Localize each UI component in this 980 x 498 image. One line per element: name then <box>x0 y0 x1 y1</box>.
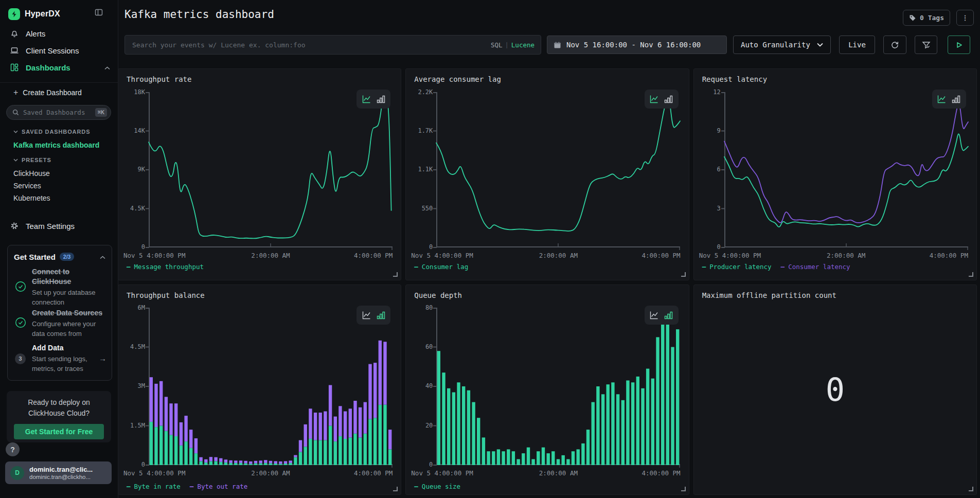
get-started-item[interactable]: Connect to ClickHouse Set up your databa… <box>15 267 106 307</box>
chart-canvas[interactable] <box>149 92 393 247</box>
panel-title: Request latency <box>702 75 767 83</box>
promo-text-line1: Ready to deploy on <box>28 398 90 406</box>
resize-handle[interactable] <box>393 272 398 277</box>
help-button[interactable]: ? <box>6 442 20 456</box>
sidebar-item-services[interactable]: Services <box>13 182 41 190</box>
resize-handle[interactable] <box>681 272 686 277</box>
legend-item[interactable]: —Consumer latency <box>781 263 850 271</box>
y-axis-label: 9 <box>717 127 720 134</box>
chart-canvas[interactable] <box>436 92 680 247</box>
section-presets[interactable]: PRESETS <box>13 157 51 163</box>
refresh-button[interactable] <box>883 35 906 54</box>
y-axis-label: 3 <box>717 205 720 212</box>
get-started-free-button[interactable]: Get Started for Free <box>14 424 104 439</box>
y-axis-label: 0 <box>141 461 145 468</box>
play-icon <box>956 42 963 48</box>
chevron-up-icon[interactable] <box>104 63 110 72</box>
sidebar-collapse-icon[interactable] <box>94 8 104 18</box>
search-icon <box>12 109 19 116</box>
chart-type-toggle[interactable] <box>357 90 390 109</box>
user-menu[interactable]: D dominic.tran@clic... dominic.tran@clic… <box>5 461 112 484</box>
chart-plot[interactable] <box>436 92 680 247</box>
task-title: Add Data <box>32 343 97 353</box>
sidebar-item-kubernetes[interactable]: Kubernetes <box>13 194 50 202</box>
chart-plot[interactable] <box>724 92 968 247</box>
y-axis-label: 60 <box>425 343 433 350</box>
get-started-title: Get Started <box>14 253 56 261</box>
resize-handle[interactable] <box>681 487 686 491</box>
filter-button[interactable] <box>915 35 937 54</box>
section-saved-dashboards[interactable]: SAVED DASHBOARDS <box>13 129 90 135</box>
get-started-item[interactable]: 3 Add Data Start sending logs, metrics, … <box>15 343 106 374</box>
y-axis-label: 1.7K <box>418 127 433 134</box>
date-range-picker[interactable]: Nov 5 16:00:00 - Nov 6 16:00:00 <box>547 35 727 54</box>
chevron-down-icon <box>13 130 18 133</box>
chart-type-toggle[interactable] <box>645 306 679 325</box>
y-axis-label: 12 <box>713 88 720 96</box>
page-title: Kafka metrics dashboard <box>124 8 274 21</box>
legend-item[interactable]: —Queue size <box>414 483 460 490</box>
chart-type-toggle[interactable] <box>645 90 679 109</box>
cloud-promo-card: Ready to deploy on ClickHouse Cloud? Get… <box>7 391 111 442</box>
get-started-item[interactable]: Create Data Sources Configure where your… <box>15 308 106 339</box>
resize-handle[interactable] <box>969 487 973 491</box>
granularity-select[interactable]: Auto Granularity <box>733 35 831 54</box>
resize-handle[interactable] <box>393 487 398 491</box>
panel-title: Average consumer lag <box>414 75 501 83</box>
chart-canvas[interactable] <box>724 92 968 247</box>
panel-title: Queue depth <box>414 291 462 299</box>
chevron-up-icon[interactable] <box>100 252 105 261</box>
chart-plot[interactable] <box>436 308 680 465</box>
sidebar-item-dashboards[interactable]: Dashboards <box>0 60 118 75</box>
task-title: Create Data Sources <box>32 308 106 318</box>
run-query-button[interactable] <box>948 35 970 54</box>
sidebar: HyperDX Alerts Client Sessions Dashboard… <box>0 0 118 498</box>
sidebar-item-clickhouse[interactable]: ClickHouse <box>13 169 50 177</box>
panel-queue-depth: Queue depth 020406080 Nov 5 4:00:00 PM2:… <box>405 284 689 495</box>
avatar: D <box>10 466 24 480</box>
sidebar-item-client-sessions[interactable]: Client Sessions <box>0 43 118 58</box>
legend-label: Consumer lag <box>422 263 468 271</box>
user-email: dominic.tran@clickho... <box>29 474 93 480</box>
legend-item[interactable]: —Byte out rate <box>190 483 247 490</box>
chevron-down-icon <box>13 158 18 162</box>
y-axis-label: 14K <box>134 127 145 134</box>
chart-canvas[interactable] <box>149 308 393 465</box>
panel-options-button[interactable]: ⋮ <box>956 10 974 26</box>
sql-toggle[interactable]: SQL <box>491 41 503 49</box>
y-axis-label: 1.1K <box>418 166 433 173</box>
chart-type-toggle[interactable] <box>932 90 966 109</box>
calendar-icon <box>554 41 561 49</box>
search-input[interactable]: Search your events w/ Lucene ex. column:… <box>124 35 541 55</box>
get-started-card: Get Started 2/3 Connect to ClickHouse Se… <box>7 245 112 381</box>
refresh-icon <box>890 41 899 49</box>
check-circle-icon <box>15 316 26 330</box>
x-axis-label: 2:00:00 AM <box>539 252 578 259</box>
legend-item[interactable]: —Message throughput <box>127 263 204 271</box>
x-axis-label: Nov 5 4:00:00 PM <box>123 469 185 477</box>
create-dashboard-button[interactable]: + Create Dashboard <box>13 88 82 97</box>
legend-item[interactable]: —Byte in rate <box>127 483 181 490</box>
x-axis-label: 2:00:00 AM <box>827 252 865 259</box>
chart-type-toggle[interactable] <box>357 306 390 325</box>
chart-plot[interactable] <box>149 308 393 465</box>
filter-edit-icon <box>922 41 931 49</box>
app-name: HyperDX <box>25 9 60 19</box>
saved-dashboards-search-input[interactable]: Saved Dashboards ⌘K <box>6 105 111 120</box>
y-axis-label: 6 <box>717 166 720 173</box>
legend-swatch: — <box>190 483 194 490</box>
chart-plot[interactable] <box>149 92 393 247</box>
tags-button[interactable]: 0 Tags <box>903 10 950 26</box>
x-axis-label: 4:00:00 PM <box>354 252 393 259</box>
sidebar-item-team-settings[interactable]: Team Settings <box>0 218 118 234</box>
sidebar-item-alerts[interactable]: Alerts <box>0 26 118 41</box>
chart-canvas[interactable] <box>436 308 680 465</box>
y-axis-label: 6M <box>138 304 145 311</box>
legend-item[interactable]: —Producer latency <box>702 263 772 271</box>
dashboard-grid: Throughput rate 04.5K9K14K18K Nov 5 4:00… <box>118 68 977 495</box>
resize-handle[interactable] <box>969 272 973 277</box>
legend-item[interactable]: —Consumer lag <box>414 263 468 271</box>
sidebar-item-kafka-dashboard[interactable]: Kafka metrics dashboard <box>13 141 99 149</box>
lucene-toggle[interactable]: Lucene <box>511 41 534 49</box>
live-button[interactable]: Live <box>839 35 875 54</box>
